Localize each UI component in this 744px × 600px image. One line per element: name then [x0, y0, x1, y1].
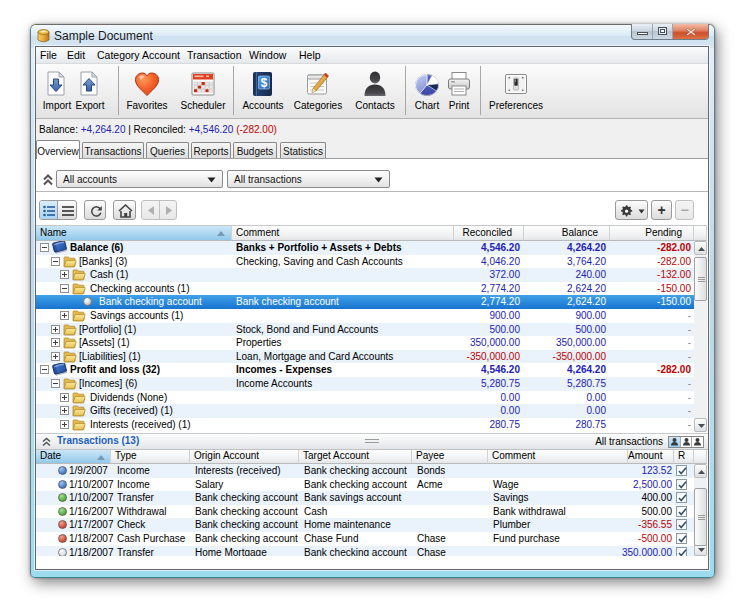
svg-text:$: $: [261, 76, 268, 90]
